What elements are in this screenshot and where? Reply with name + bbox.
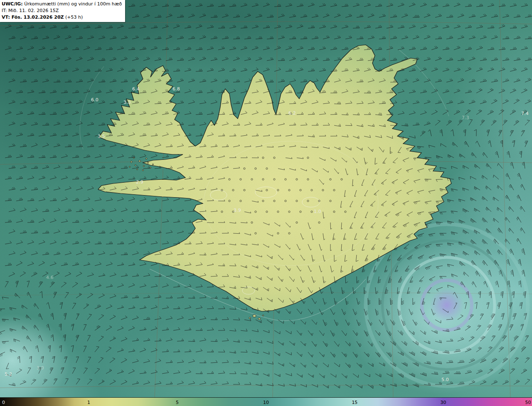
chart-title: Úrkomumætti (mm) og vindur í 100m hæð xyxy=(24,1,122,7)
dither-texture xyxy=(0,0,532,398)
title-line: UWC/IG: Úrkomumætti (mm) og vindur í 100… xyxy=(2,1,122,7)
map-canvas: 6.06.43.36.86.27.37.43.52.93.91.04.63.05… xyxy=(0,0,532,398)
colorbar: 01510153050 xyxy=(0,397,532,406)
colorbar-tick-label: 15 xyxy=(352,400,357,405)
colorbar-tick-label: 10 xyxy=(263,400,269,405)
colorbar-tick-label: 30 xyxy=(441,400,446,405)
title-box: UWC/IG: Úrkomumætti (mm) og vindur í 100… xyxy=(0,0,125,22)
colorbar-tick-label: 5 xyxy=(176,400,179,405)
weather-map-viewport: 6.06.43.36.86.27.37.43.52.93.91.04.63.05… xyxy=(0,0,532,406)
init-time-label: IT: Mið. 11. 02. 2026 15Z xyxy=(2,7,122,14)
map-layers xyxy=(0,0,532,398)
colorbar-ticks: 01510153050 xyxy=(0,398,532,406)
model-label: UWC/IG: xyxy=(2,1,23,7)
colorbar-tick-label: 0 xyxy=(2,400,5,405)
valid-time-bold: VT: Fös. 13.02.2026 20Z xyxy=(2,15,64,20)
colorbar-tick-label: 50 xyxy=(525,400,531,405)
valid-time-label: VT: Fös. 13.02.2026 20Z (+53 h) xyxy=(2,14,122,21)
colorbar-tick-label: 1 xyxy=(87,400,90,405)
valid-time-offset: (+53 h) xyxy=(64,15,83,20)
